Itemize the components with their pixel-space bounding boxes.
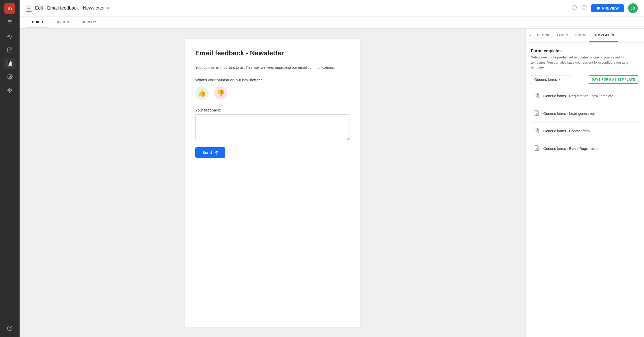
template-icon — [534, 110, 540, 117]
filter-dropdown[interactable]: Generic forms ▾ — [531, 75, 572, 84]
template-more-menu[interactable]: ⋮ — [628, 110, 636, 117]
sidebar-nav — [4, 31, 15, 323]
feedback-label: Your feedback: — [195, 108, 350, 112]
back-button[interactable]: ← — [26, 5, 32, 12]
template-item[interactable]: Generic forms - Registration Form Templa… — [531, 89, 639, 103]
panel-section-title: Form templates — [531, 49, 639, 53]
panel-tabs: ‹ BLOCK LOGIC FORM TEMPLATES — [526, 29, 644, 42]
template-item[interactable]: Generic forms - Event Registration ⋮ — [531, 142, 639, 156]
sidebar-bottom — [4, 323, 15, 334]
content-area: Email feedback - Newsletter Your opinion… — [20, 29, 644, 337]
form-canvas: Email feedback - Newsletter Your opinion… — [20, 29, 526, 337]
template-name: Generic forms - Registration Form Templa… — [543, 94, 624, 98]
template-icon — [534, 128, 540, 135]
panel-tab-templates[interactable]: TEMPLATES — [589, 29, 618, 42]
tab-build[interactable]: BUILD — [26, 16, 49, 28]
svg-point-3 — [9, 76, 11, 77]
template-item[interactable]: Generic forms - Contact form ⋮ — [531, 124, 639, 138]
save-template-button[interactable]: SAVE FORM AS TEMPLATE — [588, 75, 639, 84]
redo-button[interactable] — [581, 5, 587, 12]
main-tabs: BUILD DESIGN DEPLOY — [20, 16, 644, 29]
undo-button[interactable] — [572, 5, 577, 12]
template-icon — [534, 145, 540, 152]
filter-row: Generic forms ▾ SAVE FORM AS TEMPLATE — [531, 75, 639, 84]
sidebar-item-tasks[interactable] — [4, 44, 15, 56]
menu-icon[interactable]: ☰ — [8, 19, 12, 25]
sidebar-item-settings[interactable] — [4, 71, 15, 82]
template-more-menu[interactable]: ⋮ — [628, 93, 636, 99]
chevron-down-icon: ▾ — [559, 78, 561, 81]
sidebar-item-forms[interactable] — [4, 58, 15, 69]
panel-section-desc: Select one of our predefined templates o… — [531, 55, 639, 70]
panel-body: Form templates Select one of our predefi… — [526, 42, 644, 337]
divider — [531, 105, 639, 105]
template-more-menu[interactable]: ⋮ — [628, 128, 636, 134]
send-button[interactable]: Send — [195, 147, 225, 158]
form-title: Email feedback - Newsletter — [195, 49, 350, 57]
right-panel: ‹ BLOCK LOGIC FORM TEMPLATES Form templa… — [526, 29, 644, 337]
thumb-down-button[interactable]: 👎 — [214, 86, 227, 100]
template-name: Generic forms - Contact form — [543, 129, 624, 133]
thumb-up-button[interactable]: 👍 — [195, 86, 209, 100]
main-wrapper: ← Edit - Email feedback - Newsletter ✏ P… — [20, 0, 644, 337]
panel-tab-form[interactable]: FORM — [572, 29, 589, 42]
divider — [531, 140, 639, 140]
user-avatar[interactable]: JD — [628, 3, 638, 13]
thumbs-row: 👍 👎 — [195, 86, 350, 100]
form-question: What's your opinion on our newsletter? — [195, 78, 350, 82]
form-description: Your opinion is important to us. This wa… — [195, 65, 350, 70]
template-name: Generic forms - Event Registration — [543, 146, 624, 151]
svg-marker-4 — [8, 88, 12, 92]
svg-point-7 — [598, 8, 599, 9]
sidebar-item-analytics[interactable] — [4, 31, 15, 42]
tab-deploy[interactable]: DEPLOY — [75, 16, 103, 28]
template-name: Generic forms - Lead generation — [543, 111, 624, 116]
template-more-menu[interactable]: ⋮ — [628, 145, 636, 152]
feedback-textarea[interactable] — [195, 114, 350, 140]
preview-button[interactable]: PREVIEW — [591, 4, 624, 12]
panel-tab-block[interactable]: BLOCK — [533, 29, 553, 42]
edit-title-icon[interactable]: ✏ — [107, 6, 110, 11]
tab-design[interactable]: DESIGN — [49, 16, 75, 28]
divider — [531, 122, 639, 123]
sidebar: m ☰ — [0, 0, 20, 337]
template-list: Generic forms - Registration Form Templa… — [531, 89, 639, 156]
svg-rect-0 — [8, 48, 12, 52]
sidebar-logo[interactable]: m — [4, 3, 15, 14]
panel-tab-logic[interactable]: LOGIC — [553, 29, 572, 42]
sidebar-item-integrations[interactable] — [4, 84, 15, 96]
template-item[interactable]: Generic forms - Lead generation ⋮ — [531, 107, 639, 121]
form-card: Email feedback - Newsletter Your opinion… — [185, 39, 360, 327]
sidebar-item-help[interactable] — [4, 323, 15, 334]
panel-back-button[interactable]: ‹ — [530, 29, 533, 42]
page-title: Edit - Email feedback - Newsletter ✏ — [35, 5, 572, 11]
topbar-actions: PREVIEW JD — [572, 3, 638, 13]
topbar: ← Edit - Email feedback - Newsletter ✏ P… — [20, 0, 644, 16]
template-icon — [534, 93, 540, 100]
